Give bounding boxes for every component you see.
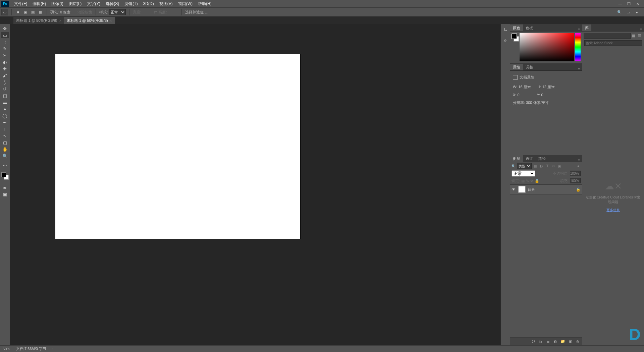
search-icon[interactable]: 🔍 xyxy=(616,9,623,15)
panel-menu-icon[interactable]: ≡ xyxy=(576,27,582,31)
layer-thumb[interactable] xyxy=(518,186,526,193)
filter-smart-icon[interactable]: ▣ xyxy=(557,164,562,168)
foreground-color[interactable] xyxy=(1,172,6,177)
library-select[interactable] xyxy=(584,33,631,39)
refine-button[interactable]: 选择并遮住 … xyxy=(185,10,208,15)
rectangle-tool[interactable]: ▢ xyxy=(1,139,9,145)
layer-row[interactable]: 👁 背景 🔒 xyxy=(510,184,582,194)
mask-icon[interactable]: ◙ xyxy=(546,339,550,344)
lock-all-icon[interactable]: 🔒 xyxy=(535,179,539,183)
blend-mode-select[interactable]: 正常 xyxy=(512,170,535,177)
tab-libraries[interactable]: 库 xyxy=(582,24,591,31)
lock-position-icon[interactable]: ✎ xyxy=(526,179,529,183)
menu-3d[interactable]: 3D(D) xyxy=(141,1,157,7)
delete-layer-icon[interactable]: 🗑 xyxy=(575,339,580,344)
menu-file[interactable]: 文件(F) xyxy=(11,0,30,7)
panel-menu-icon[interactable]: ≡ xyxy=(576,67,582,70)
subtract-selection-icon[interactable]: ▤ xyxy=(30,9,36,15)
lock-pixels-icon[interactable]: ▦ xyxy=(521,179,525,183)
tab-layers[interactable]: 图层 xyxy=(510,155,523,162)
document-tab[interactable]: 未标题-1 @ 50%(RGB/8) × xyxy=(64,17,115,24)
close-icon[interactable]: ✕ xyxy=(635,1,640,6)
menu-type[interactable]: 文字(Y) xyxy=(84,0,103,7)
link-layers-icon[interactable]: ⛓ xyxy=(531,339,536,344)
adjustment-layer-icon[interactable]: ◐ xyxy=(553,339,558,344)
zoom-level[interactable]: 50% xyxy=(3,347,10,351)
panel-menu-icon[interactable]: ≡ xyxy=(638,27,644,31)
feather-value[interactable]: 0 像素 xyxy=(60,10,70,15)
menu-image[interactable]: 图像(I) xyxy=(49,0,66,7)
filter-adjust-icon[interactable]: ◐ xyxy=(539,164,544,168)
tab-properties[interactable]: 属性 xyxy=(510,64,523,70)
screen-mode-icon[interactable]: ▣ xyxy=(1,191,9,197)
opacity-input[interactable] xyxy=(570,171,581,176)
fill-input[interactable] xyxy=(570,178,581,183)
saturation-picker[interactable] xyxy=(520,33,574,61)
panel-menu-icon[interactable]: ≡ xyxy=(576,158,582,162)
eyedropper-tool[interactable]: ◐ xyxy=(1,59,9,65)
pen-tool[interactable]: ✒ xyxy=(1,119,9,125)
doc-size[interactable]: 文档:7.66M/0 字节 xyxy=(16,346,46,351)
tool-preset[interactable]: ▭ xyxy=(1,9,8,15)
move-tool[interactable]: ✥ xyxy=(1,25,9,32)
blur-tool[interactable]: ● xyxy=(1,106,9,112)
filter-type-icon[interactable]: T xyxy=(545,164,550,168)
zoom-tool[interactable]: 🔍 xyxy=(1,153,9,159)
workspace-icon[interactable]: ▭ xyxy=(625,9,631,15)
menu-edit[interactable]: 编辑(E) xyxy=(30,0,49,7)
quick-select-tool[interactable]: ✎ xyxy=(1,46,9,52)
canvas-area[interactable] xyxy=(10,24,500,345)
quick-mask-icon[interactable]: ◙ xyxy=(1,184,9,190)
grid-view-icon[interactable]: ▦ xyxy=(632,34,637,38)
marquee-tool[interactable]: ▭ xyxy=(1,32,9,38)
lock-artboard-icon[interactable]: ✥ xyxy=(530,179,533,183)
eraser-tool[interactable]: ◫ xyxy=(1,93,9,99)
healing-tool[interactable]: ✚ xyxy=(1,66,9,72)
status-menu-icon[interactable]: › xyxy=(52,347,54,351)
tab-close-icon[interactable]: × xyxy=(59,19,61,22)
stamp-tool[interactable]: ⟆ xyxy=(1,79,9,85)
history-brush-tool[interactable]: ↺ xyxy=(1,86,9,92)
document-tab[interactable]: 未标题-1 @ 50%(RGB/8) × xyxy=(13,17,64,24)
menu-window[interactable]: 窗口(W) xyxy=(175,0,195,7)
tab-swatches[interactable]: 色板 xyxy=(523,24,536,31)
style-select[interactable]: 正常 xyxy=(109,9,126,15)
dodge-tool[interactable]: ◯ xyxy=(1,113,9,119)
filter-shape-icon[interactable]: ▭ xyxy=(551,164,556,168)
tab-channels[interactable]: 通道 xyxy=(523,155,536,162)
edit-toolbar-icon[interactable]: ⋯ xyxy=(1,162,9,168)
maximize-icon[interactable]: ❐ xyxy=(627,1,631,6)
fx-icon[interactable]: fx xyxy=(538,339,543,344)
more-info-link[interactable]: 更多信息 xyxy=(606,208,620,213)
tab-color[interactable]: 颜色 xyxy=(510,24,523,31)
group-icon[interactable]: 📁 xyxy=(560,339,565,344)
panel-collapse-icon[interactable]: ▸ xyxy=(634,9,640,15)
filter-pixel-icon[interactable]: ▦ xyxy=(533,164,538,168)
search-icon[interactable]: 🔍 xyxy=(512,164,516,168)
library-search-input[interactable] xyxy=(584,40,642,46)
intersect-selection-icon[interactable]: ▦ xyxy=(37,9,43,15)
gradient-tool[interactable]: ▬ xyxy=(1,99,9,105)
tab-close-icon[interactable]: × xyxy=(110,19,112,22)
hand-tool[interactable]: ✋ xyxy=(1,146,9,152)
filter-type-select[interactable]: 类型 xyxy=(517,163,532,169)
lasso-tool[interactable]: ⌇ xyxy=(1,39,9,45)
history-panel-icon[interactable]: ⇆ xyxy=(502,26,509,33)
new-layer-icon[interactable]: ▣ xyxy=(568,339,573,344)
type-tool[interactable]: T xyxy=(1,126,9,132)
menu-filter[interactable]: 滤镜(T) xyxy=(122,0,140,7)
path-select-tool[interactable]: ↖ xyxy=(1,133,9,139)
menu-help[interactable]: 帮助(H) xyxy=(195,0,214,7)
tab-paths[interactable]: 路径 xyxy=(536,155,548,162)
menu-view[interactable]: 视图(V) xyxy=(157,0,175,7)
fg-mini-swatch[interactable] xyxy=(512,34,517,39)
add-selection-icon[interactable]: ▣ xyxy=(22,9,29,15)
canvas[interactable] xyxy=(55,54,300,239)
list-view-icon[interactable]: ☰ xyxy=(638,34,643,38)
menu-select[interactable]: 选择(S) xyxy=(103,0,122,7)
character-panel-icon[interactable]: ⎋ xyxy=(502,37,509,44)
filter-toggle-icon[interactable]: ● xyxy=(576,164,581,168)
color-swatches[interactable] xyxy=(1,172,9,180)
brush-tool[interactable]: 🖌 xyxy=(1,72,9,78)
crop-tool[interactable]: ✂ xyxy=(1,52,9,58)
